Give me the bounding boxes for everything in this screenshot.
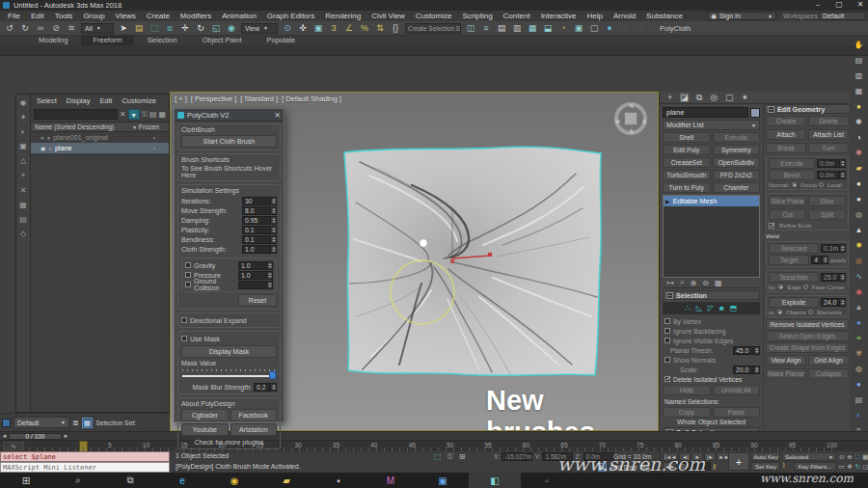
weld-target-button[interactable]: Target	[769, 255, 809, 265]
ribbon-tab[interactable]: Object Paint	[191, 35, 254, 45]
viewcube[interactable]: N S W E	[614, 102, 647, 135]
modifier-button[interactable]: Symmetry	[713, 145, 761, 155]
frame-window-icon[interactable]: ▢	[588, 22, 600, 35]
render-icon[interactable]: ●	[604, 22, 615, 35]
menu-item[interactable]: Interactive	[541, 12, 577, 20]
explorer-tool-icon[interactable]: △	[20, 156, 26, 165]
ignore-backfacing-checkbox[interactable]	[665, 328, 670, 334]
render-setup-icon[interactable]: ▣	[573, 22, 584, 35]
viewport-nav-icon[interactable]: ⛶	[854, 452, 861, 461]
hair-icon[interactable]: ∿	[853, 270, 865, 283]
display-mask-button[interactable]: Display Mask	[181, 345, 277, 358]
explode-objects-radio[interactable]	[777, 310, 782, 314]
layers-icon[interactable]: ▤	[853, 393, 865, 406]
use-mask-checkbox[interactable]	[181, 336, 187, 341]
set-keys-button[interactable]: +	[728, 452, 749, 471]
make-planar-button[interactable]: Make Planar	[766, 368, 806, 379]
menu-item[interactable]: Tools	[55, 12, 73, 20]
grid-align-button[interactable]: Grid Align	[808, 355, 849, 366]
modifier-button[interactable]: TurboSmooth	[663, 170, 711, 180]
viewport-nav-icon[interactable]: ↻	[854, 462, 861, 471]
modifier-button[interactable]: Chamfer	[713, 182, 761, 193]
create-tab[interactable]: +	[667, 93, 672, 102]
playback-button[interactable]: |►	[704, 452, 716, 461]
hierarchy-tab[interactable]: ⧉	[696, 93, 702, 103]
modifier-button[interactable]: FFD 2x2x2	[713, 170, 761, 180]
tessellate-spinner[interactable]: 25.0	[821, 273, 846, 282]
sign-in-button[interactable]: ◉ Sign In ▼	[707, 12, 776, 20]
rotate-icon[interactable]: ↻	[195, 22, 206, 35]
task-view-icon[interactable]: ⧉	[104, 473, 156, 488]
about-link-button[interactable]: Facebook	[231, 409, 278, 421]
subobject-icon[interactable]: ⬒	[730, 304, 738, 312]
explode-spinner[interactable]: 24.0	[821, 298, 846, 307]
mirror-icon[interactable]: ◫	[465, 22, 476, 35]
named-sets-icon[interactable]: {}	[390, 22, 401, 35]
layer-dropdown[interactable]: Default▼	[14, 417, 69, 428]
delete-isolated-checkbox[interactable]	[665, 376, 670, 382]
paste-button[interactable]: Paste	[713, 407, 761, 418]
extrude-button[interactable]: Extrude	[769, 158, 815, 169]
extrude-spinner[interactable]: 0.0m	[817, 159, 846, 168]
show-normals-checkbox[interactable]	[665, 357, 670, 363]
globe-icon[interactable]: ●	[853, 316, 865, 329]
photos-icon[interactable]: ▣	[417, 473, 469, 488]
align-icon[interactable]: ≡	[480, 22, 492, 35]
mask-value-slider[interactable]	[182, 369, 276, 379]
param-spinner[interactable]: 8.0	[242, 206, 277, 215]
viewport-menu-view[interactable]: [ Perspective ]	[191, 95, 237, 103]
about-link-button[interactable]: Artstation	[231, 423, 278, 436]
weld-selected-spinner[interactable]: 0.1m	[821, 244, 846, 253]
manipulate-icon[interactable]: ✜	[297, 22, 309, 35]
time-slider-handle[interactable]: 0 / 100	[9, 433, 62, 440]
explorer-extra-icon-1[interactable]: ▤	[149, 110, 157, 119]
viewport-nav-icon[interactable]: ✥	[846, 462, 853, 471]
checkbox[interactable]	[185, 272, 191, 278]
leaf-icon[interactable]: ❧	[853, 332, 865, 344]
check-spinner[interactable]: 1.0	[238, 261, 273, 270]
display-tab[interactable]: ▢	[725, 93, 734, 102]
key-filters-button[interactable]: Key Filters...	[794, 462, 836, 471]
normal-group-radio[interactable]	[792, 182, 797, 187]
subobject-icon[interactable]: ∴	[686, 304, 691, 312]
menu-item[interactable]: Graph Editors	[267, 12, 314, 20]
light-red-icon[interactable]: ✺	[853, 147, 865, 159]
reset-button[interactable]: Reset	[238, 294, 277, 307]
layer-list-icon[interactable]: ≣	[72, 419, 79, 427]
expand-icon[interactable]: ▶	[665, 198, 670, 204]
moon-icon[interactable]: ◑	[853, 131, 865, 144]
split-button[interactable]: Split	[808, 209, 846, 220]
bulb-icon[interactable]: ●	[853, 100, 865, 113]
modifier-list-dropdown[interactable]: Modifier List▼	[663, 120, 760, 130]
tessellate-face-center-radio[interactable]	[803, 285, 808, 289]
subobject-icon[interactable]: ■	[719, 304, 724, 312]
explorer-tool-icon[interactable]: ▣	[19, 142, 27, 150]
viewport-nav-icon[interactable]: ⊙	[838, 452, 845, 461]
menu-item[interactable]: Civil View	[371, 12, 405, 20]
menu-item[interactable]: Modifiers	[180, 12, 211, 20]
clear-search-icon[interactable]: ✕	[120, 110, 126, 119]
ribbon-toggle-icon[interactable]: ▥	[511, 22, 523, 35]
viewport-menu-plus[interactable]: [ + ]	[175, 95, 187, 103]
turn-button[interactable]: Turn	[808, 143, 849, 153]
layer-manager-icon[interactable]: ▤	[496, 22, 507, 35]
x-coordinate-field[interactable]: -15.027m	[502, 452, 532, 461]
explorer-tool-icon[interactable]: ▤	[19, 215, 27, 224]
balls-icon[interactable]: ◉	[853, 285, 865, 298]
menu-item[interactable]: Views	[116, 12, 136, 20]
menu-item[interactable]: Help	[587, 12, 603, 20]
directional-expand-checkbox[interactable]	[181, 317, 187, 323]
bevel-spinner[interactable]: 0.0m	[817, 171, 846, 179]
hide-button[interactable]: Hide	[663, 385, 711, 395]
explorer-menu-item[interactable]: Select	[37, 96, 57, 105]
object-color-swatch[interactable]	[750, 108, 760, 118]
explorer-tool-icon[interactable]: ◇	[20, 230, 26, 238]
tessellate-button[interactable]: Tessellate	[769, 272, 819, 283]
spinner-snap-icon[interactable]: ⇅	[374, 22, 386, 35]
cone-icon[interactable]: ▲	[853, 224, 865, 236]
edge-icon[interactable]: e	[156, 473, 208, 488]
start-cloth-brush-button[interactable]: Start Cloth Brush	[181, 135, 277, 148]
half-sphere-icon[interactable]: ◐	[853, 409, 865, 421]
clipboard3-icon[interactable]: ▦	[853, 85, 865, 97]
attach-list-button[interactable]: Attach List	[808, 129, 849, 140]
